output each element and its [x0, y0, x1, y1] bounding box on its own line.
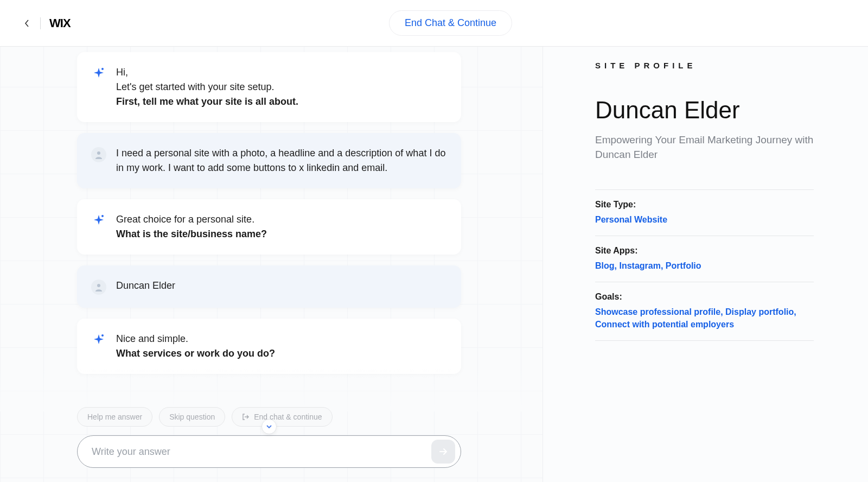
wix-logo: WIX	[49, 16, 71, 30]
user-avatar-icon	[91, 280, 106, 295]
collapse-suggestions-button[interactable]	[261, 419, 277, 434]
field-label: Site Type:	[595, 200, 814, 210]
message-text: Duncan Elder	[116, 278, 447, 295]
chevron-down-icon	[266, 424, 272, 429]
user-message: I need a personal site with a photo, a h…	[77, 133, 461, 188]
chat-input-wrapper	[77, 435, 461, 468]
header-divider	[40, 17, 41, 29]
message-text: I need a personal site with a photo, a h…	[116, 146, 447, 175]
field-value[interactable]: Showcase professional profile, Display p…	[595, 306, 814, 331]
profile-subtitle: Empowering Your Email Marketing Journey …	[595, 133, 814, 162]
sparkle-icon	[91, 66, 106, 81]
back-button[interactable]	[20, 16, 35, 31]
profile-section-label: SITE PROFILE	[595, 61, 814, 70]
svg-point-3	[97, 284, 100, 287]
sparkle-icon	[91, 333, 106, 348]
chat-input-area: Help me answer Skip question End chat & …	[77, 407, 461, 468]
field-value[interactable]: Blog, Instagram, Portfolio	[595, 260, 814, 272]
profile-field-goals: Goals: Showcase professional profile, Di…	[595, 282, 814, 341]
quick-actions-row: Help me answer Skip question End chat & …	[77, 407, 461, 427]
user-avatar-icon	[91, 147, 106, 162]
message-text: Nice and simple. What services or work d…	[116, 332, 447, 361]
sparkle-icon	[91, 213, 106, 229]
ai-message: Nice and simple. What services or work d…	[77, 319, 461, 374]
ai-message: Great choice for a personal site. What i…	[77, 199, 461, 255]
field-value[interactable]: Personal Website	[595, 214, 814, 226]
profile-title: Duncan Elder	[595, 97, 814, 123]
svg-point-2	[101, 215, 104, 217]
profile-field-site-apps: Site Apps: Blog, Instagram, Portfolio	[595, 236, 814, 282]
app-header: WIX End Chat & Continue	[0, 0, 868, 47]
help-me-answer-button[interactable]: Help me answer	[77, 407, 152, 427]
user-message: Duncan Elder	[77, 265, 461, 308]
exit-icon	[242, 413, 250, 421]
end-chat-pill-button[interactable]: End chat & continue	[232, 407, 332, 427]
field-label: Site Apps:	[595, 246, 814, 256]
field-label: Goals:	[595, 292, 814, 302]
svg-point-4	[101, 334, 104, 337]
message-text: Great choice for a personal site. What i…	[116, 212, 447, 242]
svg-point-0	[101, 68, 104, 70]
chat-input[interactable]	[92, 446, 431, 458]
send-button[interactable]	[431, 440, 455, 464]
message-text: Hi, Let's get started with your site set…	[116, 65, 447, 109]
svg-point-1	[97, 151, 100, 155]
profile-field-site-type: Site Type: Personal Website	[595, 189, 814, 236]
chat-panel: Hi, Let's get started with your site set…	[0, 47, 542, 482]
skip-question-button[interactable]: Skip question	[159, 407, 225, 427]
site-profile-panel: SITE PROFILE Duncan Elder Empowering You…	[542, 47, 868, 482]
ai-message: Hi, Let's get started with your site set…	[77, 52, 461, 122]
end-chat-continue-button[interactable]: End Chat & Continue	[389, 10, 512, 36]
arrow-right-icon	[438, 447, 448, 456]
